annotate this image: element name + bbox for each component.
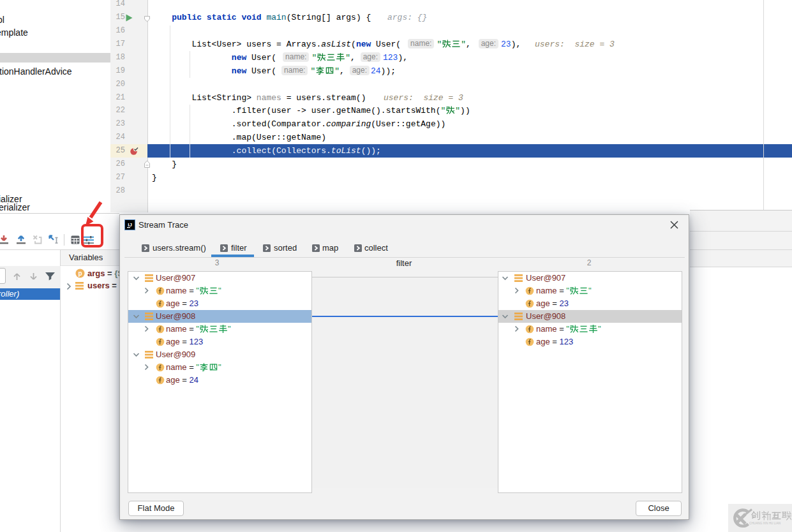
svg-text:IJ: IJ <box>128 222 132 228</box>
svg-text:p: p <box>78 270 82 277</box>
